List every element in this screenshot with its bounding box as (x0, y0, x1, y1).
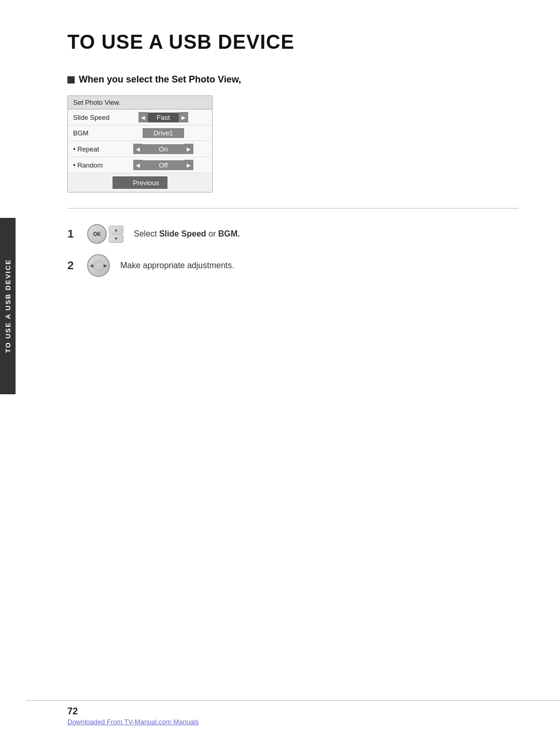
dialog-row-repeat: Repeat ◀ On ▶ (68, 141, 212, 157)
lr-nav-arrows: ◀ ▶ (88, 255, 109, 276)
dialog-title-bar: Set Photo View. (68, 96, 212, 109)
dialog-row-slide-speed: Slide Speed ◀ Fast ▶ (68, 109, 212, 126)
up-down-nav-icon: ▲ ▼ (109, 226, 123, 243)
step-1-number: 1 (67, 227, 77, 241)
left-arrow-icon: ◀ (90, 263, 93, 268)
side-tab-text: TO USE A USB DEVICE (4, 259, 12, 353)
repeat-value: On (143, 144, 184, 154)
side-tab: TO USE A USB DEVICE (0, 218, 16, 394)
nav-down-arrow-icon: ▼ (109, 234, 123, 243)
step-2-number: 2 (67, 259, 77, 272)
repeat-control: ◀ On ▶ (120, 144, 207, 154)
section-heading-text: When you select the Set Photo View, (79, 74, 241, 85)
repeat-prev-btn[interactable]: ◀ (133, 144, 143, 154)
previous-icon: 🎵 (121, 178, 130, 187)
dialog-footer: 🎵 Previous (68, 173, 212, 192)
page-footer: 72 Downloaded From TV-Manual.com Manuals (26, 700, 560, 726)
dialog-row-random: Random ◀ Off ▶ (68, 157, 212, 173)
bgm-control: Drive1 (120, 128, 207, 138)
random-value: Off (143, 160, 184, 170)
heading-bullet-icon (67, 76, 75, 84)
bgm-value: Drive1 (143, 128, 184, 138)
step-1-text: Select Slide Speed or BGM. (134, 229, 240, 239)
step-1-row: 1 OK ▲ ▼ Select Slide Speed or BGM. (67, 224, 519, 244)
ok-button-icon: OK (87, 224, 107, 244)
footer-link[interactable]: Downloaded From TV-Manual.com Manuals (67, 718, 199, 726)
step-1-icons: OK ▲ ▼ (87, 224, 123, 244)
page-title: TO USE A USB DEVICE (67, 31, 519, 53)
random-next-btn[interactable]: ▶ (184, 160, 193, 170)
section-divider (67, 208, 519, 209)
slide-speed-next-btn[interactable]: ▶ (179, 112, 188, 122)
random-control: ◀ Off ▶ (120, 160, 207, 170)
main-content: TO USE A USB DEVICE When you select the … (26, 0, 560, 747)
random-prev-btn[interactable]: ◀ (133, 160, 143, 170)
section-heading: When you select the Set Photo View, (67, 74, 519, 85)
slide-speed-control: ◀ Fast ▶ (120, 112, 207, 122)
bgm-label: BGM (73, 129, 120, 137)
slide-speed-label: Slide Speed (73, 114, 120, 121)
step-2-row: 2 ◀ ▶ Make appropriate adjustments. (67, 254, 519, 277)
right-arrow-icon: ▶ (104, 263, 107, 268)
previous-button-label: Previous (133, 179, 159, 187)
lr-nav-button-icon: ◀ ▶ (87, 254, 110, 277)
step-2-icons: ◀ ▶ (87, 254, 110, 277)
previous-button[interactable]: 🎵 Previous (113, 176, 167, 189)
dialog-row-bgm: BGM Drive1 (68, 126, 212, 141)
repeat-label: Repeat (73, 145, 120, 153)
dialog-title: Set Photo View. (73, 99, 121, 106)
random-label: Random (73, 161, 120, 169)
slide-speed-prev-btn[interactable]: ◀ (138, 112, 148, 122)
steps-section: 1 OK ▲ ▼ Select Slide Speed or BGM. 2 (67, 224, 519, 277)
repeat-next-btn[interactable]: ▶ (184, 144, 193, 154)
step-2-text: Make appropriate adjustments. (120, 261, 234, 270)
slide-speed-value: Fast (148, 113, 179, 122)
nav-up-arrow-icon: ▲ (109, 226, 123, 234)
page-number: 72 (67, 706, 519, 717)
dialog-box: Set Photo View. Slide Speed ◀ Fast ▶ BGM… (67, 95, 213, 192)
